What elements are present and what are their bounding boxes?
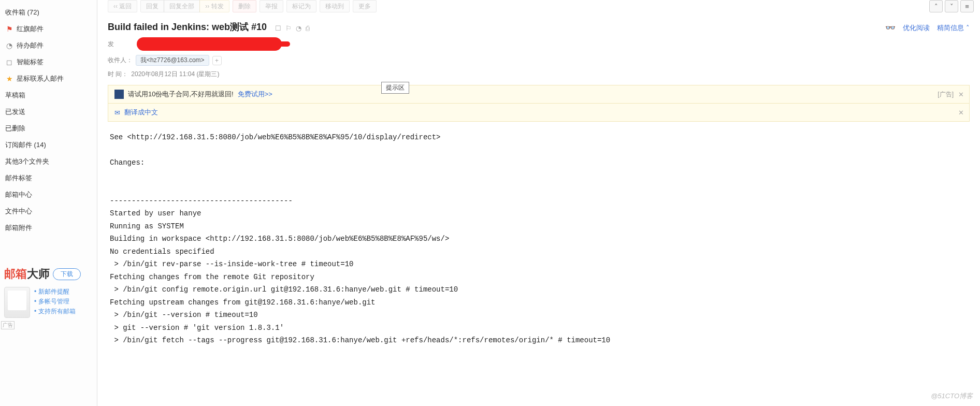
toolbar: ‹‹ 返回 回复 回复全部 ›› 转发 删除 举报 标记为 移动到 更多 ˄ ˅… <box>97 0 980 15</box>
chevron-up-icon: ˄ <box>934 3 938 10</box>
sidebar-smarttag[interactable]: ◻智能标签 <box>0 54 97 70</box>
sender-redacted <box>137 37 282 51</box>
glasses-icon: 👓 <box>885 23 896 33</box>
recipient-row: 收件人： 我<hz7726@163.com> + <box>97 53 980 68</box>
mail-subject: Build failed in Jenkins: web测试 #10 <box>108 22 267 32</box>
chevron-up-icon: ˄ <box>964 24 970 32</box>
spam-button[interactable]: 举报 <box>260 0 283 12</box>
sender-label: 发 <box>108 40 134 49</box>
flag-outline-icon[interactable]: ⚐ <box>285 24 292 32</box>
time-value: 2020年08月12日 11:04 (星期三) <box>131 70 219 79</box>
mail-header: Build failed in Jenkins: web测试 #10 ☐ ⚐ ◔… <box>97 15 980 35</box>
reply-button[interactable]: 回复 <box>140 0 164 12</box>
main-panel: ‹‹ 返回 回复 回复全部 ›› 转发 删除 举报 标记为 移动到 更多 ˄ ˅… <box>97 0 980 406</box>
promo-logo: 邮箱大师 <box>4 266 50 282</box>
clock-outline-icon[interactable]: ◔ <box>296 24 301 32</box>
next-mail-button[interactable]: ˅ <box>945 0 958 12</box>
bookmark-icon: ◻ <box>5 58 13 66</box>
sidebar-filecenter[interactable]: 文件中心 <box>0 203 97 220</box>
ad-tag: 广告 <box>1 321 15 329</box>
ad-link[interactable]: 免费试用>> <box>238 90 272 99</box>
more-button[interactable]: 更多 <box>353 0 377 12</box>
print-icon[interactable]: ⎙ <box>306 24 310 32</box>
hint-tooltip: 提示区 <box>381 82 409 94</box>
delete-button[interactable]: 删除 <box>233 0 256 12</box>
ad-banner: 请试用10份电子合同,不好用就退回! 免费试用>> [广告] ✕ <box>108 85 970 104</box>
expand-icon: ≡ <box>965 3 969 10</box>
promo-feature-list: 新邮件提醒 多帐号管理 支持所有邮箱 <box>34 287 76 318</box>
flag-icon: ⚑ <box>5 25 13 33</box>
star-icon: ★ <box>5 75 13 83</box>
sidebar-subscribe[interactable]: 订阅邮件 (14) <box>0 137 97 153</box>
ad-logo-icon <box>114 90 124 99</box>
download-button[interactable]: 下载 <box>53 268 81 280</box>
translate-link[interactable]: 翻译成中文 <box>124 108 158 117</box>
simplify-info-link[interactable]: 精简信息 ˄ <box>937 23 970 33</box>
forward-button[interactable]: ›› 转发 <box>199 0 229 12</box>
bookmark-icon[interactable]: ☐ <box>275 24 281 32</box>
sidebar-other3[interactable]: 其他3个文件夹 <box>0 153 97 170</box>
back-button[interactable]: ‹‹ 返回 <box>108 0 137 12</box>
prev-mail-button[interactable]: ˄ <box>929 0 943 12</box>
sidebar-tags[interactable]: 邮件标签 <box>0 170 97 186</box>
mail-body: See <http://192.168.31.5:8080/job/web%E6… <box>97 122 980 356</box>
ad-text: 请试用10份电子合同,不好用就退回! <box>128 90 234 99</box>
sidebar-sent[interactable]: 已发送 <box>0 104 97 120</box>
sidebar-attach[interactable]: 邮箱附件 <box>0 220 97 236</box>
translate-bar: ✉ 翻译成中文 ✕ <box>108 104 970 122</box>
sidebar-starred[interactable]: ★星标联系人邮件 <box>0 70 97 87</box>
mark-button[interactable]: 标记为 <box>286 0 316 12</box>
clock-icon: ◔ <box>5 41 13 50</box>
close-icon[interactable]: ✕ <box>958 109 964 117</box>
optimize-read-link[interactable]: 优化阅读 <box>903 23 930 33</box>
moveto-button[interactable]: 移动到 <box>320 0 350 12</box>
add-recipient-button[interactable]: + <box>212 56 222 65</box>
sidebar-deleted[interactable]: 已删除 <box>0 120 97 137</box>
sidebar: 收件箱 (72) ⚑红旗邮件 ◔待办邮件 ◻智能标签 ★星标联系人邮件 草稿箱 … <box>0 0 97 406</box>
time-label: 时 间： <box>108 70 128 79</box>
watermark: @51CTO博客 <box>931 392 973 401</box>
ad-label: [广告] <box>938 90 954 99</box>
sidebar-drafts[interactable]: 草稿箱 <box>0 87 97 104</box>
sidebar-center[interactable]: 邮箱中心 <box>0 186 97 203</box>
translate-icon: ✉ <box>114 109 120 117</box>
recipient-label: 收件人： <box>108 56 133 65</box>
sidebar-todo[interactable]: ◔待办邮件 <box>0 37 97 54</box>
expand-button[interactable]: ≡ <box>960 0 974 12</box>
chevron-down-icon: ˅ <box>950 3 954 10</box>
sidebar-redflag[interactable]: ⚑红旗邮件 <box>0 21 97 37</box>
recipient-chip[interactable]: 我<hz7726@163.com> <box>136 55 209 66</box>
time-row: 时 间： 2020年08月12日 11:04 (星期三) <box>97 68 980 81</box>
close-icon[interactable]: ✕ <box>958 91 964 98</box>
sidebar-inbox[interactable]: 收件箱 (72) <box>0 4 97 21</box>
sender-row: 发 <box>97 35 980 53</box>
replyall-button[interactable]: 回复全部 <box>164 0 200 12</box>
phone-image <box>4 287 30 318</box>
sidebar-promo: 邮箱大师 下载 新邮件提醒 多帐号管理 支持所有邮箱 <box>4 266 81 318</box>
